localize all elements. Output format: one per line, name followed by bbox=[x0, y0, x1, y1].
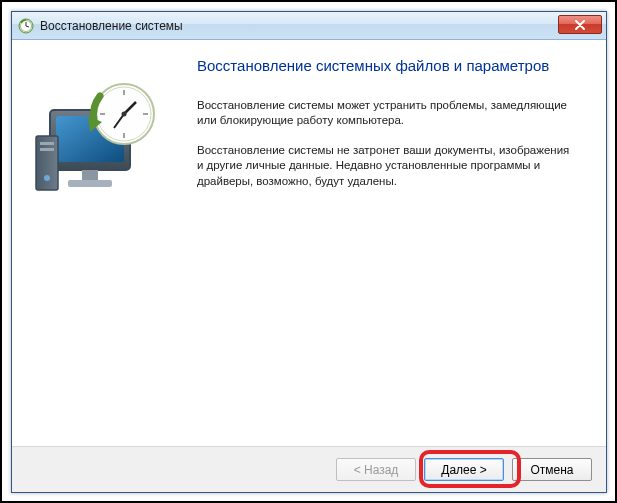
svg-rect-10 bbox=[40, 148, 54, 151]
close-button[interactable] bbox=[558, 15, 602, 34]
paragraph-2: Восстановление системы не затронет ваши … bbox=[197, 143, 576, 190]
content-area: Восстановление системных файлов и параме… bbox=[12, 40, 606, 446]
titlebar: Восстановление системы bbox=[12, 12, 606, 40]
window-title: Восстановление системы bbox=[40, 19, 183, 33]
outer-frame: Восстановление системы bbox=[0, 0, 617, 503]
svg-point-11 bbox=[44, 175, 50, 181]
illustration bbox=[32, 54, 197, 436]
svg-rect-9 bbox=[40, 142, 54, 145]
next-button[interactable]: Далее > bbox=[424, 458, 504, 481]
svg-rect-6 bbox=[82, 170, 98, 180]
footer-buttons: < Назад Далее > Отмена bbox=[12, 446, 606, 492]
svg-point-20 bbox=[122, 112, 127, 117]
text-area: Восстановление системных файлов и параме… bbox=[197, 54, 586, 436]
back-button: < Назад bbox=[336, 458, 416, 481]
svg-rect-7 bbox=[68, 180, 112, 187]
restore-graphic-icon bbox=[32, 78, 172, 208]
dialog-window: Восстановление системы bbox=[11, 11, 607, 493]
page-heading: Восстановление системных файлов и параме… bbox=[197, 56, 576, 76]
cancel-button[interactable]: Отмена bbox=[512, 458, 592, 481]
paragraph-1: Восстановление системы может устранить п… bbox=[197, 98, 576, 129]
system-restore-icon bbox=[18, 18, 34, 34]
close-icon bbox=[574, 20, 586, 30]
